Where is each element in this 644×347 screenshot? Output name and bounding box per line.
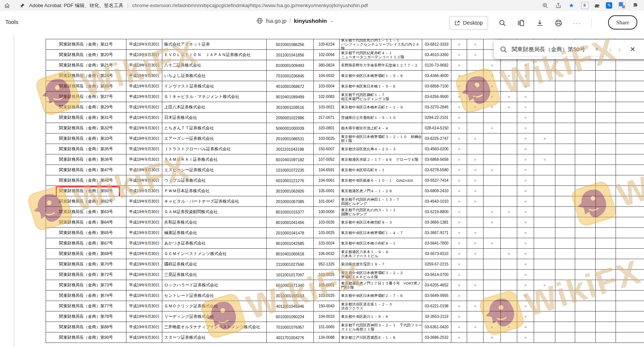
date-cell: 平成19年9月30日 <box>126 311 162 322</box>
company-name-cell: 國府証券株式会社 <box>162 259 267 270</box>
circle-cell <box>555 165 575 175</box>
circle-cell <box>555 249 575 259</box>
postal-code-cell: 150-6007 <box>314 144 340 154</box>
company-name-cell: ＧＡＭ証券投資顧問株式会社 <box>162 207 267 217</box>
page-thumbnails-icon[interactable] <box>516 18 525 27</box>
circle-cell <box>575 291 596 301</box>
date-cell: 平成19年9月30日 <box>126 332 162 343</box>
company-name-cell: スターツ証券株式会社 <box>162 332 267 343</box>
title-url-divider: | <box>127 3 128 8</box>
circle-cell: ○ <box>467 102 484 113</box>
more-options-icon[interactable]: ··· <box>573 18 582 27</box>
phone-cell: 03-6205-4652 <box>422 280 451 291</box>
search-icon[interactable] <box>498 18 507 27</box>
toolbar-divider <box>591 18 592 28</box>
date-cell: 平成19年9月30日 <box>126 154 162 165</box>
circle-cell: ○ <box>517 175 534 186</box>
circle-cell <box>596 196 616 207</box>
table-row: 関東財務局長（金商）第74号平成19年9月30日セントレード証券株式会社3010… <box>46 291 644 301</box>
extensions-puzzle-icon[interactable] <box>632 2 639 9</box>
reg-number-cell: 関東財務局長（金商）第36号 <box>46 154 126 165</box>
table-row: 関東財務局長（金商）第47号平成19年9月30日エスピーシー証券株式会社1010… <box>46 165 644 175</box>
circle-cell <box>501 123 517 133</box>
tab-tools[interactable]: Tools <box>5 19 18 25</box>
date-cell: 平成19年9月30日 <box>126 113 162 123</box>
find-next-button[interactable]: › <box>618 45 621 54</box>
circle-cell <box>555 322 575 332</box>
breadcrumb-doc-name[interactable]: kinyushohin <box>294 18 327 24</box>
table-row: 関東財務局長（金商）第73号平成19年9月30日ロックハラード証券株式会社501… <box>46 280 644 291</box>
circle-cell <box>575 102 596 113</box>
chevron-down-icon[interactable]: ⌄ <box>330 18 333 23</box>
page-url[interactable]: chrome-extension://efaidnbmnnnibpcajpcgl… <box>132 3 368 8</box>
phone-cell: 03-6812-3333 <box>422 39 451 50</box>
circle-cell <box>596 123 616 133</box>
circle-cell <box>555 186 575 196</box>
translate-extension-icon[interactable] <box>619 2 626 9</box>
close-find-bar-button[interactable]: ✕ <box>630 45 635 53</box>
address-cell: 東京都千代田区内神田１－１３－７四国ビルヂング <box>340 196 422 207</box>
circle-cell <box>467 291 484 301</box>
clear-query-icon[interactable]: × <box>595 46 599 53</box>
circle-cell <box>484 249 501 259</box>
circle-cell <box>596 113 616 123</box>
home-icon[interactable] <box>4 2 10 9</box>
postal-code-cell: 104-0032 <box>314 71 340 81</box>
company-name-cell: いちよし証券株式会社 <box>162 71 267 81</box>
download-icon[interactable] <box>535 18 544 27</box>
find-query-input[interactable]: 関東財務局長（金商）第50号 <box>512 46 585 53</box>
circle-cell <box>616 144 644 154</box>
circle-cell: ○ <box>467 228 484 238</box>
postal-code-cell: 952-1325 <box>314 259 340 270</box>
company-name-cell: ＳＡＭＵＲＡＩ証券株式会社 <box>162 154 267 165</box>
company-name-cell: ウィブル証券株式会社 <box>162 175 267 186</box>
circle-cell <box>616 186 644 196</box>
circle-cell <box>534 102 555 113</box>
circle-cell <box>616 113 644 123</box>
circle-cell <box>534 217 555 228</box>
company-name-cell: キャピタル・パートナーズ証券株式会社 <box>162 196 267 207</box>
phone-cell: 03-3666-1381 <box>422 217 451 228</box>
date-cell: 平成19年9月30日 <box>126 207 162 217</box>
bookmark-star-icon[interactable]: ★ <box>568 2 575 9</box>
table-row: 関東財務局長（金商）第64号平成19年9月30日共和証券株式会社80100010… <box>46 217 644 228</box>
circle-cell <box>534 259 555 270</box>
phone-cell: 03-4560-0200 <box>422 144 451 154</box>
circle-cell <box>596 238 616 249</box>
date-cell: 平成19年9月30日 <box>126 144 162 154</box>
print-icon[interactable] <box>554 18 563 27</box>
breadcrumb-site[interactable]: fsa.go.jp <box>266 18 286 24</box>
share-button[interactable]: Share <box>608 15 637 30</box>
circle-cell <box>616 154 644 165</box>
circle-cell <box>616 175 644 186</box>
circle-cell <box>534 60 555 71</box>
circle-cell: ○ <box>484 322 501 332</box>
address-cell: 東京都中央区明石町８－１ <box>340 165 422 175</box>
zoom-icon[interactable] <box>542 2 549 9</box>
circle-cell <box>555 291 575 301</box>
circle-cell <box>596 60 616 71</box>
reg-number-cell: 関東財務局長（金商）第29号 <box>46 102 126 113</box>
circle-cell: ○ <box>451 238 467 249</box>
acrobat-extension-icon[interactable]: ✎ <box>606 2 612 9</box>
company-name-cell: ＧＩキャピタル・マネジメント株式会社 <box>162 92 267 102</box>
circle-cell <box>484 154 501 165</box>
reg-number-cell: 関東財務局長（金商）第50号 <box>46 186 126 196</box>
address-cell: 東京都中央区日本橋茅場町１－５－８ <box>340 71 422 81</box>
corporate-number-cell: 9010001042585 <box>267 238 314 249</box>
circle-cell <box>616 301 644 311</box>
find-previous-button[interactable]: ‹ <box>609 45 612 54</box>
circle-cell: ○ <box>517 332 534 343</box>
s-extension-icon[interactable]: S <box>581 2 588 9</box>
browser-address-bar: Adobe Acrobat: PDF 编辑、转化、签名工具 | chrome-e… <box>0 0 644 11</box>
reg-number-cell: 関東財務局長（金商）第31号 <box>46 113 126 123</box>
reg-number-cell: 関東財務局長（金商）第32号 <box>46 123 126 133</box>
reg-number-cell: 関東財務局長（金商）第72号 <box>46 270 126 280</box>
company-name-cell: ＧＣＭインベストメンツ株式会社 <box>162 249 267 259</box>
ae-extension-icon[interactable]: æ <box>595 2 599 9</box>
reg-number-cell: 関東財務局長（金商）第88号 <box>46 322 126 332</box>
open-in-desktop-button[interactable]: Desktop <box>449 16 488 30</box>
share-icon[interactable] <box>555 2 562 9</box>
circle-cell <box>575 311 596 322</box>
circle-cell <box>596 291 616 301</box>
